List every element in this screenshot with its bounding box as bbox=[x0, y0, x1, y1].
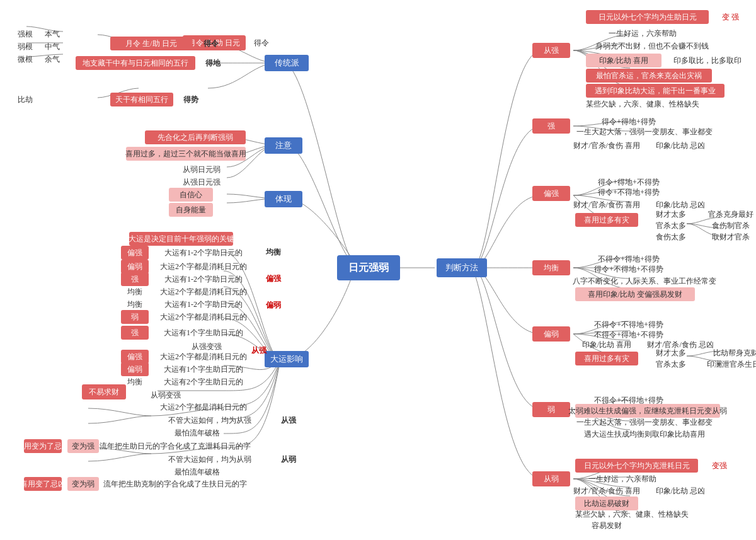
node-shencou-bu: 身弱充不出财，但也不会赚不到钱 bbox=[586, 40, 718, 52]
node-yinxiang-jixiong: 印象/比劫 忌凶 bbox=[643, 139, 718, 152]
node-zishennl: 自身能量 bbox=[169, 203, 213, 217]
node-dayun-ruo2: 弱 bbox=[121, 310, 149, 324]
node-zhongqi: 中气 bbox=[41, 40, 64, 53]
node-congqiang: 从强 bbox=[532, 43, 570, 58]
node-dayun-t7: 大运有1个字生助日元的 bbox=[153, 326, 254, 340]
node-buyiqiucai: 不易求财 bbox=[82, 384, 126, 399]
node-dayun-t1: 大运有1-2个字助日元的 bbox=[153, 246, 254, 260]
node-congruo-rongyi: 容易发财 bbox=[575, 519, 638, 532]
node-pianruo-guansha-tb: 官杀太多 bbox=[643, 358, 699, 371]
node-ruo-yisheng: 一生大起大落，强弱一变朋友、事业都变 bbox=[575, 416, 714, 428]
node-yinxing-xiyong: 印象/比劫 喜用 bbox=[586, 54, 662, 67]
node-congruo-mouxie: 某些欠缺，六亲、健康、性格缺失 bbox=[575, 508, 689, 520]
mind-map: 日元强弱 判断方法 传统派 注意 体现 大运影响 月令 生/助 日元 得令 月令… bbox=[0, 0, 756, 540]
node-dayun-t6: 大运2个字都是消耗日元的 bbox=[153, 310, 254, 324]
node-dayun-congruo2: 从弱 bbox=[271, 452, 306, 466]
node-junheng: 均衡 bbox=[532, 260, 570, 275]
node-yisheng-haoyun: 一生好运，六亲帮助 bbox=[586, 27, 699, 40]
node-bianruo-tag: 变为弱 bbox=[67, 477, 99, 491]
node-bianqiang-tag: 变为强 bbox=[67, 439, 99, 453]
node-shishang-guansha: 食伤制官杀 bbox=[702, 219, 756, 232]
node-dayun-t10: 大运有2个字生助日元的 bbox=[153, 375, 254, 389]
node-dayun-t11: 大运2个字都是消耗日元的 bbox=[153, 400, 254, 414]
node-dizhigan: 地支藏干中有与日元相同的五行 bbox=[76, 56, 195, 70]
node-dayun-pianjie: 偏弱 bbox=[121, 260, 149, 273]
node-xianhuahou: 先合化之后再判断强弱 bbox=[145, 130, 246, 144]
node-weigen: 微根 bbox=[14, 53, 37, 66]
node-dayun-junheng-label: 均衡 bbox=[260, 244, 287, 260]
node-bian-qiang-tag: 变 强 bbox=[713, 10, 748, 24]
node-dayun-junheng2: 均衡 bbox=[121, 285, 149, 299]
node-yinqu-biqu: 印多取比，比多取印 bbox=[667, 54, 748, 67]
node-deling-label: 得令 bbox=[246, 35, 277, 50]
node-zixin: 自信心 bbox=[169, 188, 213, 202]
node-dayun-t2: 大运2个字都是消耗日元的 bbox=[153, 260, 254, 273]
node-dayun-t3: 大运有1-2个字助日元的 bbox=[153, 272, 254, 286]
node-pianruo-yinxiang: 印象/比劫 喜用 bbox=[575, 338, 638, 352]
node-benqi: 本气 bbox=[41, 28, 64, 40]
node-dayun-pianqiang1: 偏强 bbox=[121, 246, 149, 260]
node-buguan-congqiang: 不管大运如何，均为从强 bbox=[153, 413, 266, 427]
node-dayun-t4: 大运2个字都是消耗日元的 bbox=[153, 285, 254, 299]
node-dayun-qiang2: 强 bbox=[121, 272, 149, 286]
node-congruo-caicai-xiyong: 财才/官杀/食伤 喜用 bbox=[575, 484, 638, 498]
node-dayun-t8: 大运2个字都是消耗日元的 bbox=[153, 350, 254, 364]
node-yuqi: 余气 bbox=[41, 53, 64, 66]
node-junheng-bazibianhua: 八字不断变化，人际关系、事业工作经常变 bbox=[575, 275, 714, 287]
node-deling-tag: 得令 bbox=[198, 37, 224, 50]
node-deshi-tag: 得势 bbox=[178, 93, 203, 106]
node-qizi-sheng: 日元以外七个字均为生助日元 bbox=[586, 10, 709, 24]
node-tixian: 体现 bbox=[265, 191, 302, 207]
node-guansha-taisb: 官杀太多 bbox=[643, 219, 699, 232]
node-panduan: 判断方法 bbox=[437, 258, 487, 277]
node-xiyongguo: 喜用过多，超过三个就不能当做喜用 bbox=[126, 147, 246, 161]
node-yueling: 月令 生/助 日元 bbox=[110, 37, 192, 50]
node-qizi-ke: 日元以外七个字均为克泄耗日元 bbox=[575, 459, 698, 473]
node-yisheng-luoduo: 一生大起大落，强弱一变朋友、事业都变 bbox=[575, 125, 714, 139]
node-dedi-tag: 得地 bbox=[200, 56, 226, 70]
node-pianruo: 偏弱 bbox=[532, 326, 570, 342]
node-dayun-t5: 大运有1-2个字助日元的 bbox=[153, 297, 254, 311]
node-dayun-pianqiang3: 偏强 bbox=[121, 350, 149, 364]
node-mouxie-quefa: 某些欠缺，六亲、健康、性格缺失 bbox=[586, 98, 699, 110]
node-pianruo-xiyong-zai: 喜用过多有灾 bbox=[575, 352, 638, 365]
node-dayun-pianruo-label: 偏弱 bbox=[260, 297, 287, 313]
node-dayun-qiang3: 强 bbox=[121, 326, 149, 340]
node-ruogen: 弱根 bbox=[14, 40, 37, 53]
node-bianwei-qiang: 喜用变为了忌凶 bbox=[24, 439, 62, 453]
node-tianganxiang: 天干有相同五行 bbox=[110, 93, 173, 106]
node-congruo-yinxiang-jixiong: 印象/比劫 忌凶 bbox=[643, 484, 718, 498]
node-congruo-yisheng: 一生好运，六亲帮助 bbox=[575, 473, 670, 485]
node-bian-qiang-tag2: 变强 bbox=[702, 459, 736, 473]
node-zhuyi: 注意 bbox=[265, 137, 302, 154]
node-qianggen: 强根 bbox=[14, 28, 37, 40]
node-caicai-guansha: 取财才官杀 bbox=[702, 231, 756, 243]
node-qiang: 强 bbox=[532, 118, 570, 134]
node-pianqiang: 偏强 bbox=[532, 186, 570, 201]
node-pianruo-yinzhi: 印澜泄官杀生日元 bbox=[702, 358, 756, 371]
node-dayun-jueding: 大运是决定目前十年强弱的关键 bbox=[129, 232, 233, 246]
node-buguan-congruo: 不管大运如何，均为从弱 bbox=[153, 452, 266, 466]
node-biyue: 比劫 bbox=[14, 93, 37, 106]
node-caicai-xiyong: 财才/官杀/食伤 喜用 bbox=[575, 139, 638, 152]
node-xiyong-jixiong: 喜用变了忌凶 bbox=[24, 477, 62, 491]
node-pianruo-caicai-taisb: 财才太多 bbox=[643, 347, 699, 359]
node-congruoyuan: 从弱日元弱 bbox=[170, 163, 233, 176]
node-chuantong: 传统派 bbox=[265, 55, 309, 71]
node-ruo-yuedayun: 遇大运生扶成均衡则取印象比劫喜用 bbox=[575, 427, 714, 441]
node-congruo: 从弱 bbox=[532, 471, 570, 486]
node-shishang-taido: 食伤太多 bbox=[643, 231, 699, 243]
node-ruo: 弱 bbox=[532, 402, 570, 417]
node-junheng-xiyong: 喜用印象/比劫 变偏强易发财 bbox=[575, 287, 695, 301]
node-zuipa-guansha: 最怕官杀运，官杀来克会出灾祸 bbox=[586, 69, 712, 83]
node-zuipa-liupo: 最怕流年破格 bbox=[153, 426, 241, 440]
node-dayun-t9: 大运有1个字生助日元的 bbox=[153, 362, 254, 376]
node-dayun-junheng3: 均衡 bbox=[121, 297, 149, 311]
node-liunianzhu: 流年把生助日元的字合化成了克泄耗日元的字 bbox=[104, 439, 246, 453]
node-pianqiang-caicai: 财才/官杀/食伤 喜用 bbox=[575, 198, 638, 212]
node-liunianzhu2: 流年把生助克制的字合化成了生扶日元的字 bbox=[104, 477, 246, 491]
center-node: 日元强弱 bbox=[337, 255, 400, 280]
node-junheng-d2: 得令+不得地+不得势 bbox=[575, 262, 682, 276]
node-dayun-pianruo2: 偏弱 bbox=[121, 362, 149, 376]
node-yudaobijie: 遇到印象比劫大运，能干出一番事业 bbox=[586, 84, 724, 98]
